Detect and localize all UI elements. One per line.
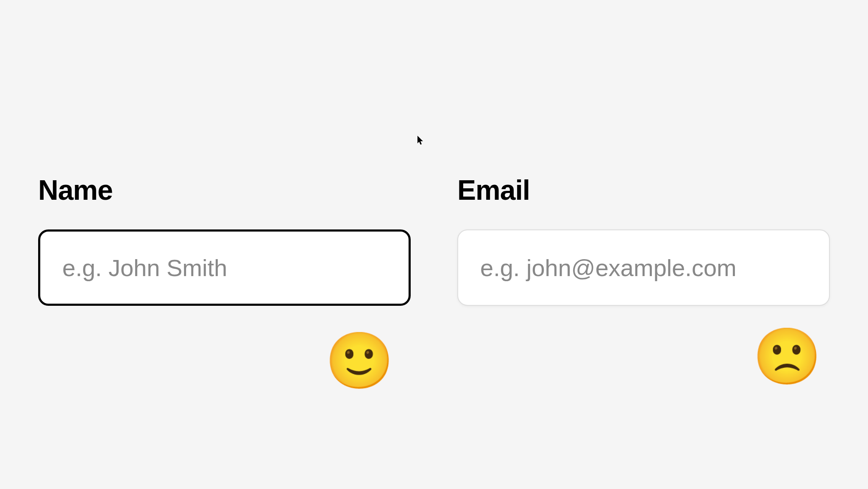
email-label: Email bbox=[457, 174, 830, 206]
cursor-icon bbox=[417, 136, 424, 146]
name-input[interactable] bbox=[38, 229, 411, 306]
name-field-group: Name 🙂 bbox=[38, 174, 411, 306]
email-field-group: Email 🙁 bbox=[457, 174, 830, 306]
name-label: Name bbox=[38, 174, 411, 206]
form-container: Name 🙂 Email 🙁 bbox=[38, 174, 830, 306]
sad-face-icon: 🙁 bbox=[753, 329, 821, 384]
happy-face-icon: 🙂 bbox=[325, 333, 394, 388]
email-input[interactable] bbox=[457, 229, 830, 306]
